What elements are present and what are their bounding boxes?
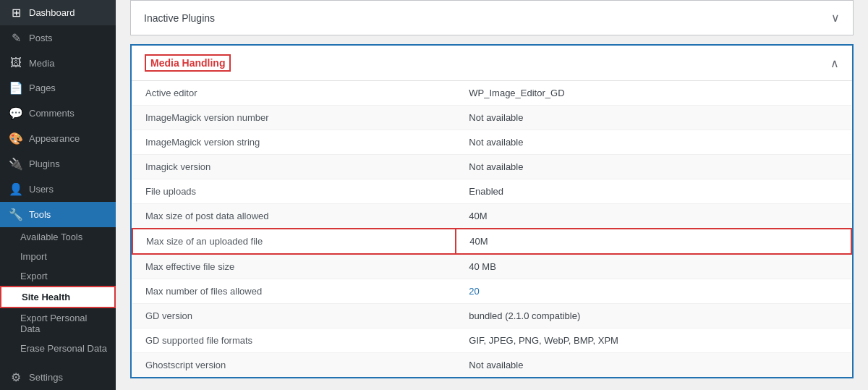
- media-icon: 🖼: [9, 56, 23, 69]
- row-value: Not available: [456, 106, 851, 130]
- sidebar-item-label: Posts: [29, 33, 53, 43]
- sub-item-label: Export: [20, 271, 48, 281]
- sidebar-item-dashboard[interactable]: ⊞ Dashboard: [0, 0, 116, 25]
- row-value: 20: [456, 279, 851, 304]
- comments-icon: 💬: [9, 106, 23, 120]
- row-label: Active editor: [132, 81, 456, 106]
- inactive-plugins-chevron: ∨: [831, 11, 840, 25]
- row-value: Not available: [456, 130, 851, 155]
- row-value: Not available: [456, 353, 851, 378]
- sidebar-sub-export-personal[interactable]: Export Personal Data: [0, 308, 116, 339]
- table-row: GD versionbundled (2.1.0 compatible): [132, 304, 851, 328]
- row-value: 40M: [456, 229, 851, 254]
- media-handling-header[interactable]: Media Handling ∧: [132, 46, 852, 81]
- main-content-area: Inactive Plugins ∨ Media Handling ∧ Acti…: [116, 0, 868, 390]
- pages-icon: 📄: [9, 81, 23, 95]
- table-row: Imagick versionNot available: [132, 155, 851, 179]
- row-label: Ghostscript version: [132, 353, 456, 378]
- row-label: Max size of post data allowed: [132, 204, 456, 229]
- row-label: ImageMagick version number: [132, 106, 456, 130]
- table-row: GD supported file formatsGIF, JPEG, PNG,…: [132, 328, 851, 353]
- sidebar-item-label: Plugins: [29, 158, 60, 169]
- sidebar-item-users[interactable]: 👤 Users: [0, 177, 116, 202]
- sidebar-item-label: Tools: [29, 209, 51, 220]
- table-row: Ghostscript versionNot available: [132, 353, 851, 378]
- sidebar-item-label: Settings: [29, 372, 63, 383]
- inactive-plugins-header[interactable]: Inactive Plugins ∨: [131, 1, 853, 35]
- media-handling-title: Media Handling: [145, 54, 231, 72]
- media-handling-chevron: ∧: [830, 56, 839, 70]
- table-row: Max size of an uploaded file40M: [132, 229, 851, 254]
- sidebar-item-settings[interactable]: ⚙ Settings: [0, 365, 116, 390]
- table-row: Max size of post data allowed40M: [132, 204, 851, 229]
- sidebar-sub-import[interactable]: Import: [0, 247, 116, 266]
- sidebar-item-comments[interactable]: 💬 Comments: [0, 101, 116, 126]
- row-value: bundled (2.1.0 compatible): [456, 304, 851, 328]
- row-value: 40M: [456, 204, 851, 229]
- row-label: GD version: [132, 304, 456, 328]
- sub-item-label: Export Personal Data: [20, 313, 88, 334]
- row-label: GD supported file formats: [132, 328, 456, 353]
- table-row: ImageMagick version numberNot available: [132, 106, 851, 130]
- sidebar-sub-available-tools[interactable]: Available Tools: [0, 227, 116, 247]
- sub-item-label: Erase Personal Data: [20, 343, 107, 354]
- row-value: Not available: [456, 155, 851, 179]
- table-row: ImageMagick version stringNot available: [132, 130, 851, 155]
- sidebar-item-label: Pages: [29, 82, 56, 93]
- tools-icon: 🔧: [9, 208, 23, 221]
- row-label: Max number of files allowed: [132, 279, 456, 304]
- sub-item-label: Site Health: [22, 292, 70, 302]
- row-label: Max effective file size: [132, 254, 456, 279]
- plugins-icon: 🔌: [9, 157, 23, 171]
- row-value: GIF, JPEG, PNG, WebP, BMP, XPM: [456, 328, 851, 353]
- sidebar-item-appearance[interactable]: 🎨 Appearance: [0, 126, 116, 151]
- sidebar-sub-site-health[interactable]: Site Health: [0, 286, 116, 308]
- sub-item-label: Import: [20, 251, 47, 262]
- row-label: File uploads: [132, 179, 456, 204]
- media-handling-section: Media Handling ∧ Active editorWP_Image_E…: [130, 44, 854, 378]
- sidebar-sub-export[interactable]: Export: [0, 266, 116, 286]
- users-icon: 👤: [9, 182, 23, 196]
- sidebar-item-tools[interactable]: 🔧 Tools: [0, 202, 116, 227]
- sidebar-item-label: Users: [29, 184, 54, 195]
- sidebar-item-label: Media: [29, 58, 54, 69]
- sidebar-item-plugins[interactable]: 🔌 Plugins: [0, 151, 116, 177]
- settings-icon: ⚙: [9, 370, 23, 384]
- row-value: Enabled: [456, 179, 851, 204]
- posts-icon: ✎: [9, 31, 23, 45]
- row-value: 40 MB: [456, 254, 851, 279]
- sidebar-item-label: Dashboard: [29, 7, 75, 18]
- sidebar-item-pages[interactable]: 📄 Pages: [0, 75, 116, 101]
- row-label: ImageMagick version string: [132, 130, 456, 155]
- sidebar-item-posts[interactable]: ✎ Posts: [0, 25, 116, 51]
- table-row: File uploadsEnabled: [132, 179, 851, 204]
- inactive-plugins-title: Inactive Plugins: [144, 12, 215, 24]
- row-label: Imagick version: [132, 155, 456, 179]
- dashboard-icon: ⊞: [9, 6, 23, 20]
- table-row: Active editorWP_Image_Editor_GD: [132, 81, 851, 106]
- inactive-plugins-section: Inactive Plugins ∨: [130, 0, 854, 35]
- table-row: Max number of files allowed20: [132, 279, 851, 304]
- table-row: Max effective file size40 MB: [132, 254, 851, 279]
- sidebar-item-label: Appearance: [29, 133, 80, 144]
- appearance-icon: 🎨: [9, 132, 23, 145]
- sidebar-sub-erase-personal[interactable]: Erase Personal Data: [0, 339, 116, 358]
- sub-item-label: Available Tools: [20, 232, 82, 242]
- sidebar-item-media[interactable]: 🖼 Media: [0, 51, 116, 75]
- row-label: Max size of an uploaded file: [132, 229, 456, 254]
- row-value: WP_Image_Editor_GD: [456, 81, 851, 106]
- media-handling-table: Active editorWP_Image_Editor_GDImageMagi…: [132, 81, 852, 377]
- sidebar: ⊞ Dashboard ✎ Posts 🖼 Media 📄 Pages 💬 Co…: [0, 0, 116, 390]
- sidebar-item-label: Comments: [29, 108, 75, 119]
